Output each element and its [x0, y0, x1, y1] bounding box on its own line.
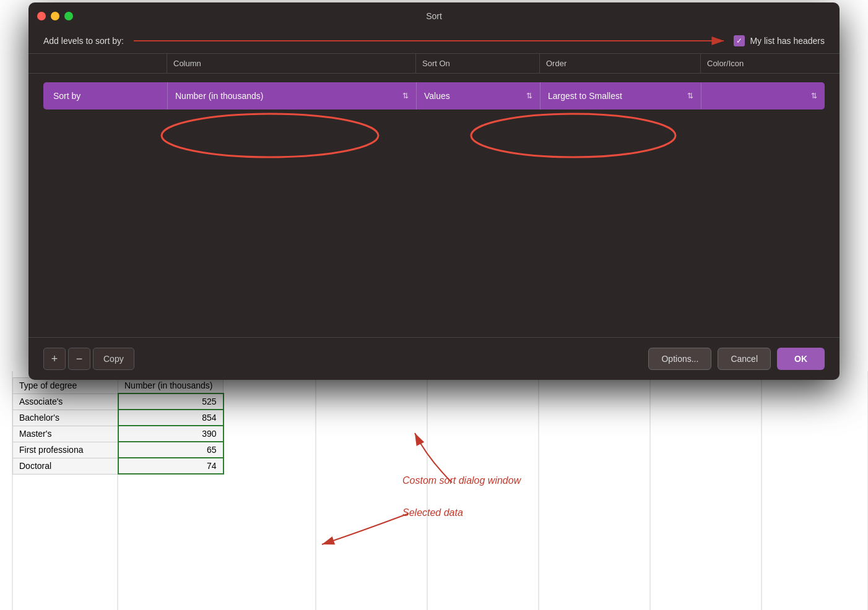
order-select-value: Largest to Smallest: [548, 91, 687, 101]
column-select[interactable]: Number (in thousands) ⇅: [167, 82, 416, 110]
table-row: Associate's 525: [13, 393, 224, 410]
svg-point-12: [162, 114, 378, 157]
dialog-bottom-bar: + − Copy Options... Cancel OK: [28, 337, 840, 380]
column-select-value: Number (in thousands): [175, 91, 402, 101]
degree-cell: Bachelor's: [13, 410, 118, 426]
table-row: First professiona 65: [13, 442, 224, 458]
sort-rows-area: Sort by Number (in thousands) ⇅ Values ⇅…: [28, 74, 840, 118]
remove-level-button[interactable]: −: [68, 348, 90, 370]
dialog-title: Sort: [426, 11, 442, 21]
header-arrow: [134, 35, 724, 47]
ok-button[interactable]: OK: [777, 348, 825, 370]
degree-cell: Associate's: [13, 393, 118, 410]
cancel-button[interactable]: Cancel: [718, 348, 771, 370]
degree-cell: First professiona: [13, 442, 118, 458]
add-level-button[interactable]: +: [43, 348, 66, 370]
degree-cell: Master's: [13, 426, 118, 442]
col-header-empty: [43, 54, 167, 73]
number-cell: 74: [118, 458, 224, 474]
color-icon-select[interactable]: ⇅: [701, 83, 825, 109]
col-header-column: Column: [167, 54, 416, 73]
my-list-headers-label: My list has headers: [750, 36, 825, 46]
sort-on-chevron-icon: ⇅: [526, 92, 532, 100]
color-icon-chevron-icon: ⇅: [811, 92, 817, 100]
col-header-degree: Type of degree: [13, 378, 118, 394]
table-row: Doctoral 74: [13, 458, 224, 474]
table-row: Bachelor's 854: [13, 410, 224, 426]
minimize-button[interactable]: [51, 12, 59, 20]
order-chevron-icon: ⇅: [687, 92, 693, 100]
svg-point-13: [471, 114, 675, 157]
bottom-left-buttons: + − Copy: [43, 348, 134, 370]
sort-on-select[interactable]: Values ⇅: [416, 82, 540, 110]
options-button[interactable]: Options...: [648, 348, 711, 370]
bottom-right-buttons: Options... Cancel OK: [648, 348, 825, 370]
col-header-number: Number (in thousands): [118, 378, 224, 394]
spreadsheet-table: Type of degree Number (in thousands) Ass…: [12, 377, 224, 475]
window-controls: [37, 12, 73, 20]
column-headers-row: Column Sort On Order Color/Icon: [28, 53, 840, 74]
maximize-button[interactable]: [64, 12, 73, 20]
col-header-sort-on: Sort On: [416, 54, 540, 73]
close-button[interactable]: [37, 12, 46, 20]
number-cell: 390: [118, 426, 224, 442]
dialog-header-row: Add levels to sort by: ✓ My list has hea…: [28, 30, 840, 53]
sort-on-select-value: Values: [424, 91, 526, 101]
number-cell: 854: [118, 410, 224, 426]
sort-row: Sort by Number (in thousands) ⇅ Values ⇅…: [43, 82, 825, 110]
my-list-headers: ✓ My list has headers: [734, 35, 825, 46]
degree-cell: Doctoral: [13, 458, 118, 474]
my-list-headers-checkbox[interactable]: ✓: [734, 35, 745, 46]
dialog-titlebar: Sort: [28, 2, 840, 30]
table-row: Master's 390: [13, 426, 224, 442]
add-levels-label: Add levels to sort by:: [43, 36, 124, 46]
order-select[interactable]: Largest to Smallest ⇅: [540, 82, 701, 110]
col-header-order: Order: [540, 54, 701, 73]
copy-button[interactable]: Copy: [93, 348, 134, 370]
column-chevron-icon: ⇅: [402, 92, 409, 100]
col-header-color-icon: Color/Icon: [701, 54, 825, 73]
number-cell: 65: [118, 442, 224, 458]
number-cell: 525: [118, 393, 224, 410]
sort-by-label: Sort by: [43, 82, 167, 110]
sort-dialog: Sort Add levels to sort by: ✓ My list ha…: [28, 2, 840, 380]
